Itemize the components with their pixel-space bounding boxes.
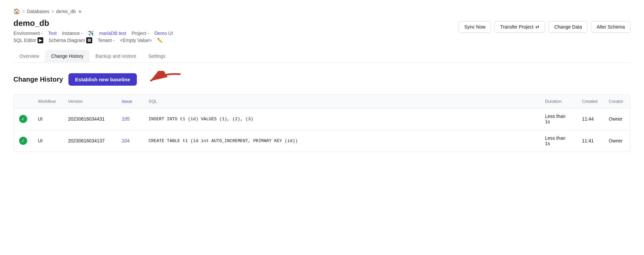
row1-creator: Owner [603,108,630,130]
page-container: 🏠 > Databases > demo_db ★ demo_db Enviro… [0,0,644,160]
row1-duration: Less than 1s [540,108,577,130]
status-success-icon: ✓ [19,115,27,123]
col-header-workflow: Workflow [33,95,63,108]
row1-version: 20230616034431 [63,108,116,130]
db-title: demo_db [13,18,173,28]
db-info: demo_db Environment - Test Instance - ✈️… [13,18,173,45]
col-header-version: Version [63,95,116,108]
schema-diagram-label[interactable]: Schema Diagram ⊞ [49,37,92,43]
col-header-creator: Creator [603,95,630,108]
row2-duration: Less than 1s [540,130,577,152]
breadcrumb: 🏠 > Databases > demo_db ★ [13,8,631,14]
tenant-edit-icon[interactable]: ✏️ [157,38,163,43]
col-header-created: Created [577,95,603,108]
tabs: Overview Change History Backup and resto… [13,50,631,63]
environment-label: Environment - [13,31,43,36]
instance-icon: ✈️ [88,31,94,36]
sync-now-button[interactable]: Sync Now [459,21,491,33]
issue-link-105[interactable]: 105 [122,116,129,122]
change-data-button[interactable]: Change Data [548,21,588,33]
tab-settings[interactable]: Settings [142,50,171,63]
tenant-value: <Empty Value> [120,38,152,43]
row2-status: ✓ [14,130,33,152]
change-history-section: Change History Establish new baseline Wo… [13,71,631,152]
meta-row-2: SQL Editor ▶ Schema Diagram ⊞ Tenant - <… [13,37,173,43]
row1-issue: 105 [116,108,143,130]
favorite-star-icon[interactable]: ★ [78,9,82,14]
tab-backup-restore[interactable]: Backup and restore [90,50,142,63]
issue-link-104[interactable]: 104 [122,138,129,143]
col-header-issue: Issue [116,95,143,108]
tab-change-history[interactable]: Change History [45,50,90,63]
row2-version: 20230616034137 [63,130,116,152]
schema-diagram-text: Schema Diagram [49,38,85,43]
breadcrumb-sep-1: > [22,9,25,14]
table-row: ✓ UI 20230616034137 104 CREATE TABLE t1 … [14,130,630,152]
toolbar: Sync Now Transfer Project ⇄ Change Data … [459,18,631,33]
col-header-status [14,95,33,108]
meta-row-1: Environment - Test Instance - ✈️ mariaDB… [13,31,173,36]
change-history-table-container: Workflow Version Issue SQL Duration Crea… [13,94,631,152]
row2-created: 11:41 [577,130,603,152]
row2-sql: CREATE TABLE t1 (id int AUTO_INCREMENT, … [143,130,540,152]
row1-status: ✓ [14,108,33,130]
col-header-sql: SQL [143,95,540,108]
tab-overview[interactable]: Overview [13,50,45,63]
section-header: Change History Establish new baseline [13,71,631,88]
row2-issue: 104 [116,130,143,152]
project-value[interactable]: Demo UI [154,31,173,36]
tenant-label: Tenant - [98,38,115,43]
row2-workflow: UI [33,130,63,152]
transfer-project-button[interactable]: Transfer Project ⇄ [494,21,545,33]
home-icon[interactable]: 🏠 [13,8,20,14]
status-success-icon-2: ✓ [19,137,27,145]
col-header-duration: Duration [540,95,577,108]
table-header: Workflow Version Issue SQL Duration Crea… [14,95,630,108]
top-section: demo_db Environment - Test Instance - ✈️… [13,18,631,45]
instance-label: Instance - [62,31,83,36]
sql-editor-label[interactable]: SQL Editor ▶ [13,37,43,43]
sql-editor-icon: ▶ [38,37,43,43]
section-title: Change History [13,76,63,83]
breadcrumb-databases[interactable]: Databases [27,9,49,14]
table-body: ✓ UI 20230616034431 105 INSERT INTO t1 (… [14,108,630,152]
row2-creator: Owner [603,130,630,152]
transfer-project-label: Transfer Project [500,24,533,30]
establish-baseline-button[interactable]: Establish new baseline [68,73,137,86]
red-arrow-annotation [144,71,184,88]
sql-editor-text: SQL Editor [13,38,36,43]
row1-workflow: UI [33,108,63,130]
transfer-icon: ⇄ [535,24,539,30]
breadcrumb-current: demo_db [56,9,75,14]
schema-diagram-icon: ⊞ [86,37,92,43]
project-label: Project - [131,31,149,36]
row1-sql: INSERT INTO t1 (id) VALUES (1), (2), (3) [143,108,540,130]
breadcrumb-sep-2: > [51,9,54,14]
change-history-table: Workflow Version Issue SQL Duration Crea… [14,95,630,152]
alter-schema-button[interactable]: Alter Schema [591,21,631,33]
row1-created: 11:44 [577,108,603,130]
instance-value[interactable]: mariaDB test [99,31,126,36]
environment-value[interactable]: Test [48,31,57,36]
table-row: ✓ UI 20230616034431 105 INSERT INTO t1 (… [14,108,630,130]
